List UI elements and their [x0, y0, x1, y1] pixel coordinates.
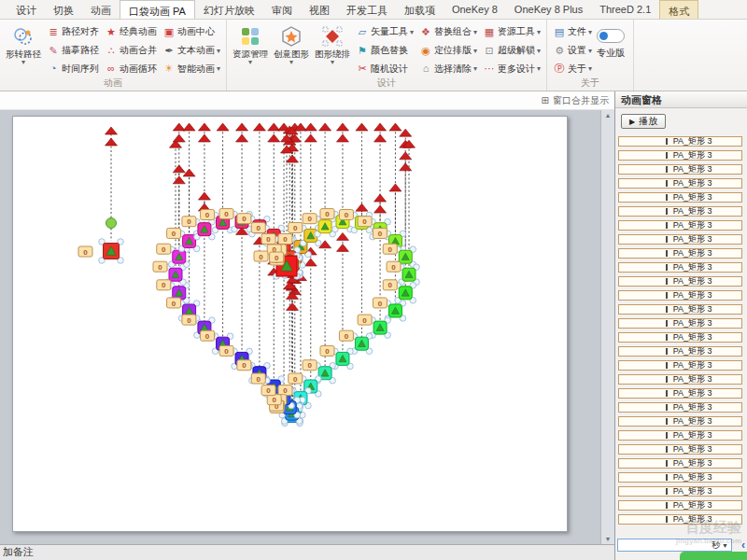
animation-list-item[interactable]: PA_矩形 3: [618, 458, 742, 469]
resource-tools-button[interactable]: ▦资源工具▾: [480, 23, 543, 41]
animation-list-item[interactable]: PA_矩形 3: [618, 416, 742, 427]
anim-loop-button[interactable]: ∞动画循环: [102, 60, 160, 77]
animation-list-item[interactable]: PA_矩形 3: [618, 262, 742, 273]
animation-list-item[interactable]: PA_矩形 3: [618, 472, 742, 483]
about-button[interactable]: Ⓟ关于▾: [550, 60, 595, 77]
tab-onekey8[interactable]: OneKey 8: [444, 0, 506, 19]
tab-animation[interactable]: 动画: [82, 0, 120, 19]
ribbon-group-label: 关于: [547, 77, 633, 90]
shape-to-path-button[interactable]: 形转路径▾: [3, 21, 44, 77]
animation-item-label: PA_矩形 3: [673, 515, 712, 524]
slide[interactable]: 0000000000000000000000000000000000000000…: [12, 116, 568, 532]
vertical-scrollbar[interactable]: ▲ ▼: [600, 110, 614, 544]
shape-wrap-button[interactable]: 图形绕排▾: [312, 21, 353, 77]
animation-list-item[interactable]: PA_矩形 3: [618, 346, 742, 357]
time-sequence-button[interactable]: ◔时间序列: [44, 60, 102, 77]
tab-transition[interactable]: 切换: [45, 0, 82, 19]
animation-list-item[interactable]: PA_矩形 3: [618, 444, 742, 455]
animation-list-item[interactable]: PA_矩形 3: [618, 402, 742, 413]
small-button-label: 路径对齐: [62, 25, 99, 38]
tab-view[interactable]: 视图: [301, 0, 338, 19]
tab-addins[interactable]: 加载项: [396, 0, 444, 19]
animation-list-item[interactable]: PA_矩形 3: [618, 430, 742, 441]
smart-anim-button[interactable]: ☀智能动画▾: [160, 60, 223, 77]
animation-list-item[interactable]: PA_矩形 3: [618, 220, 742, 231]
star-icon: ★: [105, 27, 118, 37]
replace-group-button[interactable]: ❖替换组合▾: [416, 23, 480, 41]
animation-list-item[interactable]: PA_矩形 3: [618, 164, 742, 175]
animation-list-item[interactable]: PA_矩形 3: [618, 290, 742, 301]
play-button[interactable]: ▶ 播放: [621, 114, 666, 129]
file-button[interactable]: ▤文件▾: [550, 23, 595, 41]
tab-onekey8plus[interactable]: OneKey 8 Plus: [506, 0, 591, 19]
animation-item-label: PA_矩形 3: [673, 347, 712, 356]
animation-list-item[interactable]: PA_矩形 3: [618, 206, 742, 217]
timeline-tick: [666, 194, 668, 201]
badge-number: 0: [362, 217, 367, 226]
animation-list-item[interactable]: PA_矩形 3: [618, 304, 742, 315]
animation-item-label: PA_矩形 3: [673, 235, 712, 244]
small-button-label: 替换组合: [434, 25, 472, 38]
timeline-tick: [666, 348, 668, 355]
path-arrowhead: [173, 165, 185, 173]
selection-clear-button[interactable]: ⌂选择清除▾: [416, 60, 480, 77]
scroll-up-icon[interactable]: ▲: [605, 112, 612, 119]
animation-list-item[interactable]: PA_矩形 3: [618, 514, 742, 525]
super-unlock-button[interactable]: ⊡超级解锁▾: [480, 42, 543, 60]
animation-list-item[interactable]: PA_矩形 3: [618, 500, 742, 511]
settings-button[interactable]: ⚙设置▾: [550, 42, 595, 60]
animation-list-item[interactable]: PA_矩形 3: [618, 248, 742, 259]
animation-item-label: PA_矩形 3: [673, 417, 712, 426]
animation-list-item[interactable]: PA_矩形 3: [618, 374, 742, 385]
animation-list-item[interactable]: PA_矩形 3: [618, 486, 742, 497]
tab-threed[interactable]: ThreeD 2.1: [591, 0, 659, 19]
text-anim-button[interactable]: ✒文本动画▾: [160, 42, 223, 60]
badge-number: 0: [242, 361, 247, 370]
path-arrowhead: [304, 134, 317, 142]
small-button-label: 文件: [568, 25, 586, 38]
notes-bar[interactable]: 加备注: [0, 544, 614, 560]
tab-slideshow[interactable]: 幻灯片放映: [195, 0, 263, 19]
animation-list-item[interactable]: PA_矩形 3: [618, 332, 742, 343]
animation-list-item[interactable]: PA_矩形 3: [618, 276, 742, 287]
position-layout-button[interactable]: ◉定位排版▾: [416, 42, 480, 60]
animation-list-item[interactable]: PA_矩形 3: [618, 178, 742, 189]
timeline-tick: [666, 208, 668, 215]
collapse-chevron-icon[interactable]: ‹: [741, 539, 745, 552]
animation-list-item[interactable]: PA_矩形 3: [618, 388, 742, 399]
animation-list-item[interactable]: PA_矩形 3: [618, 360, 742, 371]
dropdown-arrow-icon: ▾: [410, 28, 414, 36]
animation-list-item[interactable]: PA_矩形 3: [618, 318, 742, 329]
tab-review[interactable]: 审阅: [263, 0, 301, 19]
seconds-dropdown[interactable]: 秒 ▼: [617, 539, 732, 552]
badge-number: 0: [325, 347, 330, 356]
creative-shapes-button[interactable]: 创意图形▾: [271, 21, 312, 77]
path-arrowhead: [374, 134, 387, 142]
animation-list-item[interactable]: PA_矩形 3: [618, 136, 742, 147]
resource-manager-button[interactable]: 资源管理▾: [230, 21, 271, 77]
path-arrowhead: [356, 123, 368, 131]
vector-tools-button[interactable]: ▱矢量工具▾: [353, 23, 416, 41]
pro-toggle[interactable]: [597, 29, 625, 43]
animation-list-item[interactable]: PA_矩形 3: [618, 192, 742, 203]
more-design-button[interactable]: ⋯更多设计▾: [480, 60, 543, 77]
color-replace-button[interactable]: ⚑颜色替换: [353, 42, 416, 60]
path-align-button[interactable]: ≣路径对齐: [44, 23, 102, 41]
anim-center-button[interactable]: ▣动画中心: [160, 23, 223, 41]
animation-list-item[interactable]: PA_矩形 3: [618, 234, 742, 245]
classic-anim-button[interactable]: ★经典动画: [102, 23, 160, 41]
trace-path-button[interactable]: ✎描摹路径: [44, 42, 102, 60]
animation-list-item[interactable]: PA_矩形 3: [618, 150, 742, 161]
window-merge-label[interactable]: 窗口合并显示: [553, 94, 609, 107]
tab-developer[interactable]: 开发工具: [338, 0, 396, 19]
tab-format[interactable]: 格式: [659, 0, 698, 19]
animation-item-label: PA_矩形 3: [673, 263, 712, 272]
scroll-down-icon[interactable]: ▼: [605, 536, 612, 542]
ellipsis-icon: ⋯: [483, 63, 496, 74]
path-arrowhead: [336, 123, 348, 131]
tab-design[interactable]: 设计: [7, 0, 45, 19]
anim-merge-button[interactable]: ∴动画合并: [102, 42, 160, 60]
green-button-partial[interactable]: [680, 552, 747, 560]
random-design-button[interactable]: ✂随机设计: [353, 60, 416, 77]
tab-pocket-anim[interactable]: 口袋动画 PA: [120, 0, 195, 19]
